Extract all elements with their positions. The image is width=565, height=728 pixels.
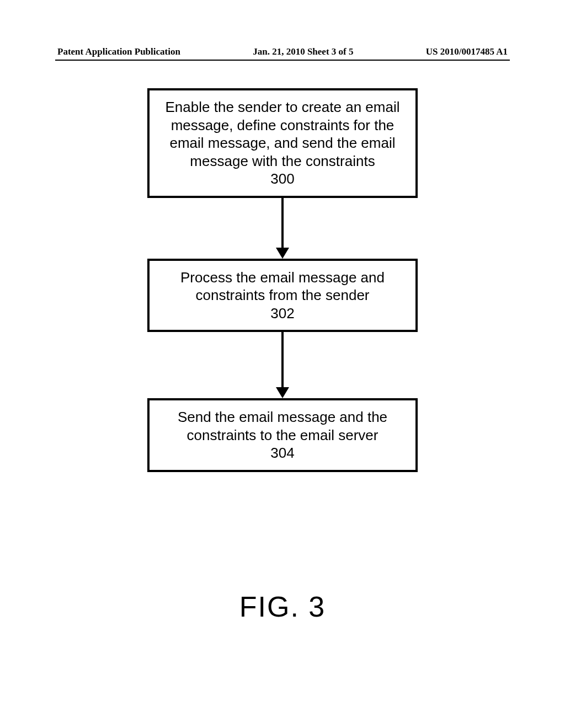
header-publication-number: US 2010/0017485 A1 [426,46,508,57]
flow-step-302: Process the email message and constraint… [147,259,418,333]
flow-step-text: Enable the sender to create an email mes… [159,98,406,170]
header-publication-type: Patent Application Publication [57,46,180,57]
header-rule [55,60,510,61]
flow-arrow-2 [276,332,289,398]
flow-arrow-1 [276,198,289,259]
flow-step-number: 300 [159,170,406,188]
flow-step-300: Enable the sender to create an email mes… [147,88,418,198]
arrow-stem [281,198,284,248]
arrow-down-icon [276,387,289,398]
header-date-sheet: Jan. 21, 2010 Sheet 3 of 5 [253,46,353,57]
page-header: Patent Application Publication Jan. 21, … [57,46,508,57]
flow-step-number: 304 [159,444,406,462]
patent-figure-page: Patent Application Publication Jan. 21, … [0,0,565,728]
flow-step-number: 302 [159,304,406,323]
flow-step-text: Process the email message and constraint… [159,269,406,304]
arrow-stem [281,332,284,387]
figure-label: FIG. 3 [0,590,565,623]
flowchart: Enable the sender to create an email mes… [0,88,565,472]
arrow-down-icon [276,248,289,259]
flow-step-304: Send the email message and the constrain… [147,398,418,472]
flow-step-text: Send the email message and the constrain… [159,408,406,444]
